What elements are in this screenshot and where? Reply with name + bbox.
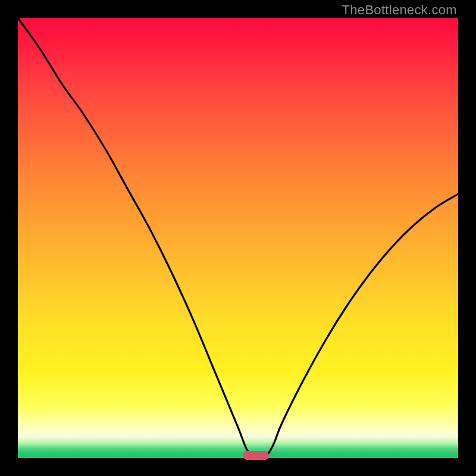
- plot-area: [18, 18, 458, 458]
- chart-frame: TheBottleneck.com: [0, 0, 476, 476]
- bottleneck-marker: [243, 451, 269, 460]
- watermark-text: TheBottleneck.com: [342, 2, 457, 18]
- bottleneck-curve: [18, 18, 458, 458]
